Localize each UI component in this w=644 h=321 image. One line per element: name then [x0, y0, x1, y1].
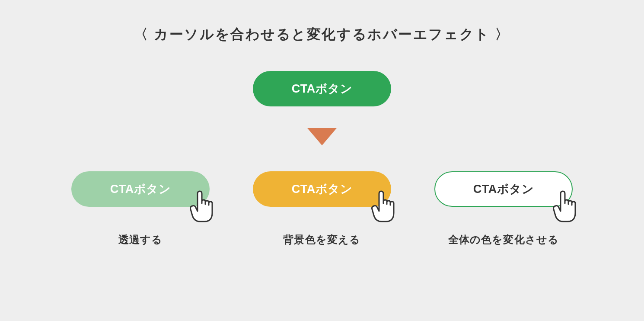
cta-button-transparent-label: CTAボタン	[110, 181, 171, 197]
variant-transparent-caption: 透過する	[118, 233, 163, 247]
cta-button-outline[interactable]: CTAボタン	[434, 171, 573, 207]
cta-button-main[interactable]: CTAボタン	[253, 71, 391, 106]
cta-button-transparent[interactable]: CTAボタン	[71, 171, 210, 207]
variant-bgchange: CTAボタン 背景色を変える	[253, 171, 391, 247]
variant-outline-caption: 全体の色を変化させる	[448, 233, 559, 247]
cta-button-main-label: CTAボタン	[292, 81, 353, 96]
variant-outline: CTAボタン 全体の色を変化させる	[434, 171, 573, 247]
arrow-down-icon	[307, 128, 337, 145]
variant-bgchange-caption: 背景色を変える	[283, 233, 360, 247]
page-title: 〈 カーソルを合わせると変化するホバーエフェクト 〉	[134, 25, 510, 44]
variant-transparent: CTAボタン 透過する	[71, 171, 210, 247]
cta-button-bgchange[interactable]: CTAボタン	[253, 171, 391, 207]
variants-row: CTAボタン 透過する CTAボタン 背景色を変える CTAボタン 全体の色を変	[71, 171, 573, 247]
cta-button-outline-label: CTAボタン	[473, 181, 534, 197]
cta-button-bgchange-label: CTAボタン	[292, 181, 353, 197]
